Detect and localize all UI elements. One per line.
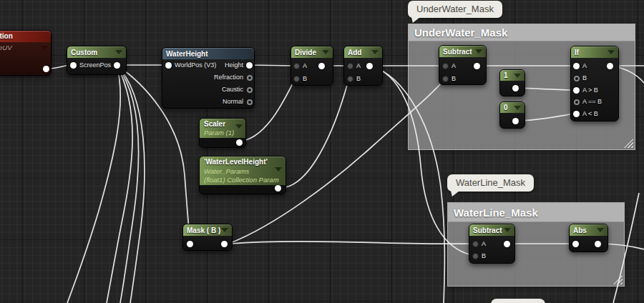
chevron-down-icon[interactable] xyxy=(41,46,48,50)
input-pin-a[interactable] xyxy=(573,63,580,69)
node-title: Custom xyxy=(71,49,97,56)
node-abs[interactable]: Abs xyxy=(569,224,608,252)
node-title: Scaler xyxy=(204,120,225,128)
node-header[interactable]: Add xyxy=(344,46,382,58)
chevron-down-icon[interactable] xyxy=(504,228,511,232)
chevron-down-icon[interactable] xyxy=(235,124,243,129)
node-title: If xyxy=(575,49,579,56)
chevron-down-icon[interactable] xyxy=(608,50,615,54)
output-pin[interactable] xyxy=(366,63,373,69)
node-screen-position[interactable]: ScreenPosition SceneTextureUV Input Data xyxy=(0,30,52,76)
input-pin-a[interactable] xyxy=(347,63,353,69)
node-title: 'WaterLevelHeight' xyxy=(204,158,268,166)
material-graph-canvas[interactable]: UnderWater_Mask WaterLine_Mask xyxy=(0,0,644,303)
node-water-height[interactable]: WaterHeight WorldPos (V3) Height Refract… xyxy=(162,47,255,109)
comment-resize-handle[interactable] xyxy=(613,275,623,284)
node-custom[interactable]: Custom ScreenPos xyxy=(67,46,127,75)
node-subtitle: Param (1) xyxy=(204,129,234,136)
node-header[interactable]: If xyxy=(571,46,618,58)
node-subtitle: Water_Params xyxy=(204,167,249,175)
chevron-down-icon[interactable] xyxy=(115,50,122,54)
node-header[interactable]: Divide xyxy=(291,46,333,58)
output-pin[interactable] xyxy=(247,75,253,81)
input-pin-a-less-b[interactable] xyxy=(573,111,580,117)
comment-resize-handle[interactable] xyxy=(624,139,633,148)
chevron-down-icon[interactable] xyxy=(475,49,482,54)
node-title: Subtract xyxy=(473,227,502,234)
output-pin[interactable] xyxy=(247,99,253,105)
chevron-down-icon[interactable] xyxy=(514,74,521,78)
chevron-down-icon[interactable] xyxy=(514,106,521,110)
input-pin-b[interactable] xyxy=(442,76,449,82)
input-pin-a-equals-b[interactable] xyxy=(574,99,580,105)
node-header[interactable]: Mask ( B ) xyxy=(183,224,232,236)
output-pin[interactable] xyxy=(247,87,253,93)
output-pin[interactable] xyxy=(474,63,480,69)
node-if[interactable]: If A B A > B A == B A < B xyxy=(570,46,619,121)
output-pin[interactable] xyxy=(512,118,519,124)
output-pin[interactable] xyxy=(246,62,253,69)
chevron-down-icon[interactable] xyxy=(221,228,228,232)
output-pin[interactable] xyxy=(275,185,281,192)
input-pin-b[interactable] xyxy=(293,76,300,82)
tooltip-partial-bottom xyxy=(491,299,545,303)
output-pin[interactable] xyxy=(318,63,325,69)
pin-label: A < B xyxy=(582,110,598,117)
chevron-down-icon[interactable] xyxy=(275,167,282,172)
node-divide[interactable]: Divide A B xyxy=(291,46,333,86)
comment-header[interactable]: WaterLine_Mask xyxy=(448,203,624,222)
node-add[interactable]: Add A B xyxy=(343,46,383,86)
input-pin-b[interactable] xyxy=(347,76,353,82)
node-header[interactable]: Subtract xyxy=(469,224,514,236)
node-header[interactable]: 1 xyxy=(500,70,525,81)
pin-label: Refraction xyxy=(214,74,243,81)
node-constant-one[interactable]: 1 xyxy=(499,69,525,96)
pin-label: B xyxy=(452,75,456,82)
pin-label: A > B xyxy=(582,86,598,94)
output-pin[interactable] xyxy=(504,241,510,247)
input-pin-a[interactable] xyxy=(472,241,479,247)
node-header[interactable]: Abs xyxy=(570,224,608,236)
input-pin-a[interactable] xyxy=(442,63,449,69)
input-pin-b[interactable] xyxy=(574,76,580,81)
input-pin[interactable] xyxy=(572,241,579,247)
input-pin[interactable] xyxy=(70,62,77,69)
node-subtract-waterline[interactable]: Subtract A B xyxy=(469,224,515,264)
pin-label: A xyxy=(582,62,587,69)
output-pin[interactable] xyxy=(595,241,601,247)
node-header[interactable]: WaterHeight xyxy=(162,48,254,59)
node-title: 0 xyxy=(504,104,508,111)
input-pin-a[interactable] xyxy=(293,63,300,69)
chevron-down-icon[interactable] xyxy=(322,50,329,54)
node-title: ScreenPosition xyxy=(0,31,51,42)
pin-label: A xyxy=(452,62,456,69)
node-mask-b[interactable]: Mask ( B ) xyxy=(182,224,233,251)
node-header[interactable]: Subtract xyxy=(439,46,486,57)
node-title: Abs xyxy=(573,227,587,234)
input-pin[interactable] xyxy=(187,241,193,247)
output-pin[interactable] xyxy=(607,63,613,69)
node-header[interactable]: 0 xyxy=(500,102,525,113)
input-pin-a-greater-b[interactable] xyxy=(573,87,580,94)
output-pin[interactable] xyxy=(236,139,243,146)
chevron-down-icon[interactable] xyxy=(371,50,379,54)
pin-label: ScreenPos xyxy=(79,61,111,69)
chevron-down-icon[interactable] xyxy=(597,228,604,232)
node-subtract-underwater[interactable]: Subtract A B xyxy=(439,45,487,85)
comment-header[interactable]: UnderWater_Mask xyxy=(409,24,635,41)
node-scaler-param[interactable]: Scaler Param (1) xyxy=(199,118,246,148)
input-pin-b[interactable] xyxy=(472,253,479,259)
output-pin[interactable] xyxy=(221,241,228,247)
output-pin[interactable] xyxy=(43,66,49,72)
output-pin[interactable] xyxy=(512,85,519,91)
node-water-level-height-param[interactable]: 'WaterLevelHeight' Water_Params (float1)… xyxy=(199,156,286,194)
node-header[interactable]: Custom xyxy=(67,46,126,58)
pin-label: A xyxy=(482,240,486,247)
input-pin[interactable] xyxy=(165,62,172,69)
node-subtitle: SceneTextureUV xyxy=(0,44,11,51)
node-constant-zero[interactable]: 0 xyxy=(499,101,525,129)
output-pin[interactable] xyxy=(114,62,120,69)
node-title: WaterHeight xyxy=(166,50,208,58)
tooltip-underwater-mask: UnderWater_Mask xyxy=(408,1,502,18)
pin-label: Height xyxy=(225,61,243,69)
